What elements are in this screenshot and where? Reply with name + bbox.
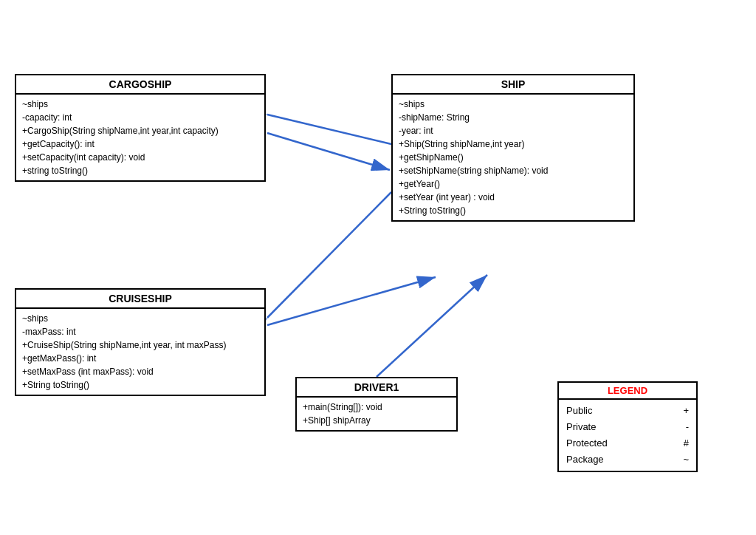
ship-box: SHIP ~ships -shipName: String -year: int… xyxy=(391,74,635,222)
cruiseship-member-3: +getMaxPass(): int xyxy=(22,352,258,365)
cargoship-member-3: +getCapacity(): int xyxy=(22,137,258,151)
legend-row-public: Public + xyxy=(566,403,689,419)
legend-symbol-package: ~ xyxy=(683,451,689,468)
cargoship-member-1: -capacity: int xyxy=(22,111,258,124)
ship-member-7: +setYear (int year) : void xyxy=(399,191,628,204)
driver1-title: DRIVER1 xyxy=(297,378,456,398)
cruiseship-member-1: -maxPass: int xyxy=(22,325,258,338)
ship-member-5: +setShipName(string shipName): void xyxy=(399,164,628,177)
legend-label-package: Package xyxy=(566,451,604,468)
legend-symbol-public: + xyxy=(683,403,689,419)
diagram-container: CARGOSHIP ~ships -capacity: int +CargoSh… xyxy=(0,0,756,535)
legend-body: Public + Private - Protected # Package ~ xyxy=(559,400,696,471)
legend-row-private: Private - xyxy=(566,419,689,435)
legend-label-private: Private xyxy=(566,419,596,435)
legend-label-protected: Protected xyxy=(566,435,608,451)
cruiseship-member-4: +setMaxPass (int maxPass): void xyxy=(22,365,258,378)
legend-label-public: Public xyxy=(566,403,592,419)
cruiseship-member-2: +CruiseShip(String shipName,int year, in… xyxy=(22,338,258,352)
cargoship-to-ship-arrow xyxy=(267,133,390,170)
driver1-member-1: +Ship[] shipArray xyxy=(303,414,450,427)
cruiseship-to-ship-arrow xyxy=(267,277,436,325)
cruiseship-member-5: +String toString() xyxy=(22,378,258,392)
legend-symbol-protected: # xyxy=(684,435,689,451)
cargoship-member-0: ~ships xyxy=(22,98,258,111)
ship-title: SHIP xyxy=(393,75,633,95)
ship-member-4: +getShipName() xyxy=(399,151,628,164)
ship-body: ~ships -shipName: String -year: int +Shi… xyxy=(393,95,633,220)
legend-title: LEGEND xyxy=(559,383,696,400)
legend-symbol-private: - xyxy=(686,419,689,435)
cruiseship-member-0: ~ships xyxy=(22,312,258,325)
driver1-body: +main(String[]): void +Ship[] shipArray xyxy=(297,398,456,430)
cargoship-member-5: +string toString() xyxy=(22,164,258,177)
cargoship-member-2: +CargoShip(String shipName,int year,int … xyxy=(22,124,258,137)
ship-member-3: +Ship(String shipName,int year) xyxy=(399,137,628,151)
driver1-member-0: +main(String[]): void xyxy=(303,401,450,414)
driver1-box: DRIVER1 +main(String[]): void +Ship[] sh… xyxy=(295,377,458,432)
cargoship-body: ~ships -capacity: int +CargoShip(String … xyxy=(16,95,264,180)
ship-member-0: ~ships xyxy=(399,98,628,111)
legend-row-package: Package ~ xyxy=(566,451,689,468)
cargoship-title: CARGOSHIP xyxy=(16,75,264,95)
ship-member-6: +getYear() xyxy=(399,177,628,191)
ship-member-1: -shipName: String xyxy=(399,111,628,124)
ship-member-8: +String toString() xyxy=(399,204,628,217)
cruiseship-body: ~ships -maxPass: int +CruiseShip(String … xyxy=(16,309,264,395)
legend-box: LEGEND Public + Private - Protected # Pa… xyxy=(557,381,698,472)
ship-to-cruiseship-arrow xyxy=(267,192,391,318)
driver1-to-ship-arrow xyxy=(377,275,487,377)
cruiseship-box: CRUISESHIP ~ships -maxPass: int +CruiseS… xyxy=(15,288,266,396)
ship-member-2: -year: int xyxy=(399,124,628,137)
ship-to-cargoship-arrow xyxy=(267,115,391,144)
legend-row-protected: Protected # xyxy=(566,435,689,451)
cruiseship-title: CRUISESHIP xyxy=(16,290,264,309)
cargoship-box: CARGOSHIP ~ships -capacity: int +CargoSh… xyxy=(15,74,266,182)
cargoship-member-4: +setCapacity(int capacity): void xyxy=(22,151,258,164)
